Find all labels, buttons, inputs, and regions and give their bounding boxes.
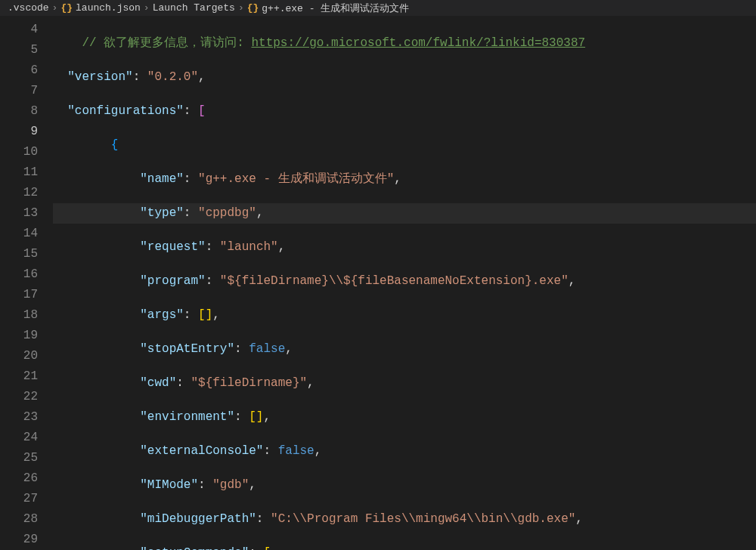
breadcrumb-target[interactable]: g++.exe - 生成和调试活动文件	[262, 2, 409, 15]
line-number: 26	[0, 468, 38, 489]
line-number: 22	[0, 387, 38, 407]
code-line[interactable]: "externalConsole": false,	[53, 441, 756, 462]
json-icon: {}	[60, 2, 73, 14]
line-number: 25	[0, 448, 38, 468]
line-number: 17	[0, 285, 38, 305]
code-line[interactable]: "version": "0.2.0",	[53, 67, 756, 88]
line-number: 29	[0, 530, 38, 550]
line-number: 27	[0, 489, 38, 509]
line-number: 6	[0, 60, 38, 81]
json-icon: {}	[247, 2, 259, 14]
code-line[interactable]: "environment": [],	[53, 407, 756, 428]
breadcrumb-file[interactable]: launch.json	[76, 2, 141, 14]
code-line[interactable]: "args": [],	[53, 305, 756, 326]
code-line[interactable]: "stopAtEntry": false,	[53, 339, 756, 360]
chevron-right-icon: ›	[238, 2, 244, 14]
breadcrumb-folder[interactable]: .vscode	[8, 2, 49, 14]
line-number: 8	[0, 101, 38, 122]
code-line[interactable]: "type": "cppdbg",	[53, 203, 756, 224]
line-number: 9	[0, 122, 38, 142]
line-number: 28	[0, 509, 38, 530]
line-number: 19	[0, 326, 38, 346]
breadcrumb-section[interactable]: Launch Targets	[153, 2, 235, 14]
line-number: 10	[0, 142, 38, 162]
line-number: 20	[0, 346, 38, 366]
code-line[interactable]: "setupCommands": [	[53, 543, 756, 550]
code-content[interactable]: // 欲了解更多信息，请访问: https://go.microsoft.com…	[53, 17, 756, 550]
chevron-right-icon: ›	[144, 2, 150, 14]
chevron-right-icon: ›	[52, 2, 58, 14]
code-line[interactable]: "miDebuggerPath": "C:\\Program Files\\mi…	[53, 509, 756, 530]
line-number-gutter: 4 5 6 7 8 9 10 11 12 13 14 15 16 17 18 1…	[0, 17, 53, 550]
line-number: 14	[0, 224, 38, 244]
line-number: 15	[0, 244, 38, 264]
code-line[interactable]: // 欲了解更多信息，请访问: https://go.microsoft.com…	[53, 33, 756, 54]
code-line[interactable]: "name": "g++.exe - 生成和调试活动文件",	[53, 169, 756, 190]
line-number: 11	[0, 162, 38, 183]
line-number: 23	[0, 407, 38, 428]
line-number: 5	[0, 40, 38, 60]
line-number: 24	[0, 428, 38, 448]
code-line[interactable]: "cwd": "${fileDirname}",	[53, 373, 756, 394]
code-line[interactable]: {	[53, 135, 756, 156]
line-number: 13	[0, 203, 38, 224]
code-line[interactable]: "configurations": [	[53, 101, 756, 122]
line-number: 21	[0, 366, 38, 387]
line-number: 7	[0, 81, 38, 101]
code-line[interactable]: "MIMode": "gdb",	[53, 475, 756, 496]
breadcrumb[interactable]: .vscode › {} launch.json › Launch Target…	[0, 0, 756, 17]
line-number: 18	[0, 305, 38, 326]
line-number: 12	[0, 183, 38, 203]
comment-link[interactable]: https://go.microsoft.com/fwlink/?linkid=…	[251, 36, 585, 50]
code-line[interactable]: "request": "launch",	[53, 237, 756, 258]
line-number: 16	[0, 264, 38, 285]
code-editor[interactable]: 4 5 6 7 8 9 10 11 12 13 14 15 16 17 18 1…	[0, 17, 756, 550]
line-number: 4	[0, 20, 38, 40]
code-line[interactable]: "program": "${fileDirname}\\${fileBasena…	[53, 271, 756, 292]
